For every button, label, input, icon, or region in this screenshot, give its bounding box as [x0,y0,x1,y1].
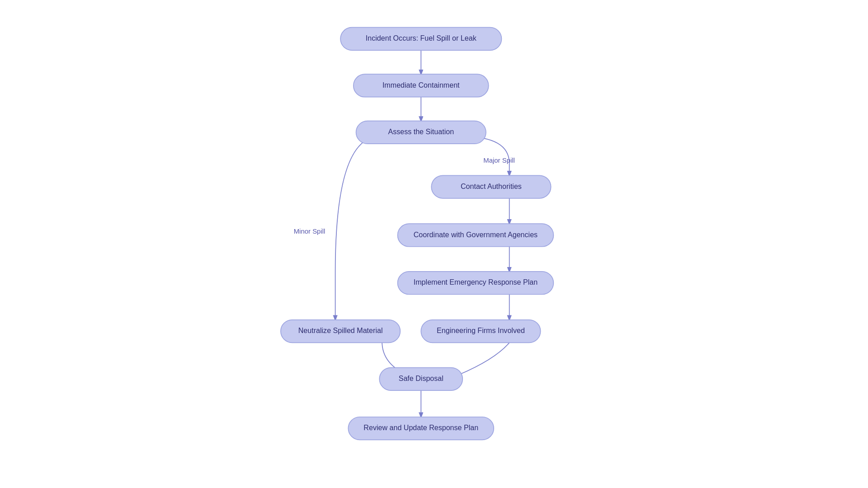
node-contact-label: Contact Authorities [461,182,522,190]
node-coordinate-label: Coordinate with Government Agencies [414,230,538,239]
arrow-assess-neutralize [335,136,380,320]
node-assess-label: Assess the Situation [388,127,454,136]
label-major-spill: Major Spill [483,156,515,164]
label-minor-spill: Minor Spill [294,227,326,235]
node-implement-label: Implement Emergency Response Plan [414,278,538,286]
node-disposal-label: Safe Disposal [399,374,443,382]
node-engineering-label: Engineering Firms Involved [437,326,525,334]
node-review-label: Review and Update Response Plan [363,423,478,432]
node-incident-label: Incident Occurs: Fuel Spill or Leak [366,34,477,42]
node-containment-label: Immediate Containment [382,81,460,89]
flowchart-container: Incident Occurs: Fuel Spill or Leak Imme… [0,0,868,488]
node-neutralize-label: Neutralize Spilled Material [298,326,383,334]
